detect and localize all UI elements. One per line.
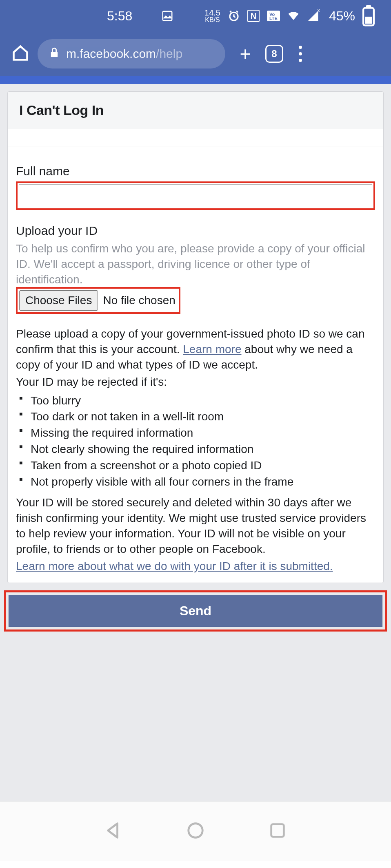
- svg-rect-7: [271, 824, 284, 837]
- svg-point-6: [189, 824, 203, 838]
- gallery-icon: [161, 10, 173, 22]
- file-highlight: Choose Files No file chosen: [16, 287, 180, 314]
- app-header-strip: [0, 76, 391, 84]
- list-item: Taken from a screenshot or a photo copie…: [19, 458, 375, 473]
- send-button[interactable]: Send: [9, 595, 382, 627]
- list-item: Not properly visible with all four corne…: [19, 474, 375, 490]
- upload-instructions: Please upload a copy of your government-…: [16, 326, 375, 372]
- data-rate: 14.5KB/S: [204, 9, 220, 23]
- url-path: /help: [156, 47, 182, 60]
- rejection-reasons-list: Too blurry Too dark or not taken in a we…: [19, 393, 375, 490]
- page-content: I Can't Log In Full name Upload your ID …: [0, 84, 391, 802]
- page-title: I Can't Log In: [19, 102, 372, 118]
- file-chosen-status: No file chosen: [103, 294, 175, 307]
- battery-icon: [362, 10, 375, 22]
- home-button[interactable]: [11, 44, 29, 64]
- send-highlight: Send: [4, 590, 387, 632]
- full-name-highlight: [16, 181, 375, 210]
- volte-icon: Vo LTE: [267, 11, 280, 21]
- list-item: Too blurry: [19, 393, 375, 409]
- full-name-label: Full name: [16, 164, 375, 178]
- learn-more-id-link[interactable]: Learn more about what we do with your ID…: [16, 560, 333, 572]
- choose-files-button[interactable]: Choose Files: [19, 290, 98, 311]
- alarm-icon: [228, 10, 240, 22]
- help-card: I Can't Log In Full name Upload your ID …: [7, 91, 384, 583]
- back-button[interactable]: [104, 821, 123, 841]
- learn-more-link[interactable]: Learn more: [183, 343, 241, 356]
- list-item: Too dark or not taken in a well-lit room: [19, 409, 375, 424]
- nfc-icon: N: [247, 10, 260, 22]
- battery-percent: 45%: [329, 9, 355, 24]
- card-spacer: [8, 129, 383, 146]
- new-tab-button[interactable]: +: [233, 43, 257, 65]
- upload-id-label: Upload your ID: [16, 224, 375, 238]
- svg-rect-3: [366, 5, 371, 8]
- full-name-input[interactable]: [19, 184, 372, 207]
- browser-menu-button[interactable]: [291, 46, 309, 62]
- wifi-icon: [287, 10, 300, 22]
- home-nav-button[interactable]: [186, 821, 205, 841]
- list-item: Missing the required information: [19, 425, 375, 441]
- storage-info: Your ID will be stored securely and dele…: [16, 495, 375, 557]
- signal-icon: x: [307, 10, 319, 22]
- svg-rect-0: [163, 11, 172, 21]
- recents-button[interactable]: [268, 821, 287, 841]
- svg-rect-5: [51, 52, 58, 57]
- upload-id-help: To help us confirm who you are, please p…: [16, 241, 375, 287]
- rejected-heading: Your ID may be rejected if it's:: [16, 374, 375, 390]
- svg-rect-4: [365, 17, 372, 24]
- url-bar[interactable]: m.facebook.com/help: [38, 39, 225, 68]
- list-item: Not clearly showing the required informa…: [19, 442, 375, 457]
- card-header: I Can't Log In: [8, 92, 383, 129]
- url-domain: m.facebook.com: [66, 47, 156, 60]
- form-body: Full name Upload your ID To help us conf…: [8, 146, 383, 583]
- status-time: 5:58: [107, 9, 132, 24]
- browser-toolbar: m.facebook.com/help + 8: [0, 32, 391, 76]
- status-bar: 5:58 14.5KB/S N Vo LTE x 45%: [0, 0, 391, 32]
- system-nav-bar: [0, 802, 391, 861]
- tab-count-button[interactable]: 8: [265, 45, 283, 63]
- lock-icon: [50, 47, 59, 61]
